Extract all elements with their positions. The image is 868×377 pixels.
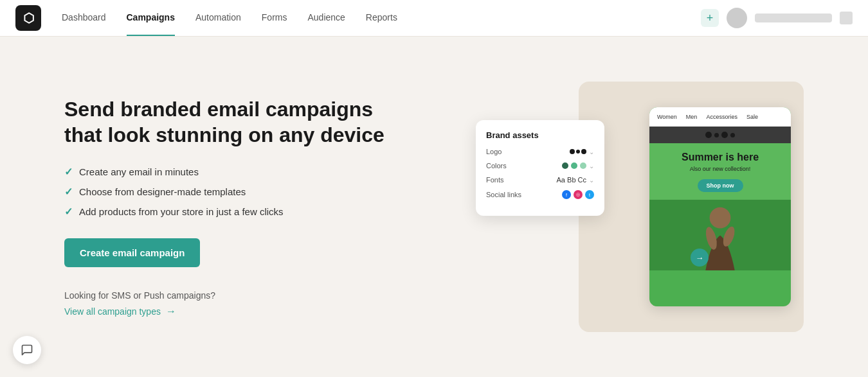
email-nav-men: Men [686, 114, 698, 120]
feature-item-1: ✓ Create any email in minutes [64, 166, 399, 178]
brand-row-colors: Colors ⌄ [486, 162, 594, 170]
email-subheadline: Also our new collection! [657, 166, 783, 172]
nav-automation[interactable]: Automation [195, 12, 241, 24]
view-all-label: View all campaign types [64, 306, 161, 317]
email-logo [649, 127, 791, 143]
logo-chevron: ⌄ [589, 148, 594, 155]
color-dot-3 [580, 162, 586, 169]
avatar[interactable] [727, 8, 747, 28]
arrow-connector: → [691, 249, 709, 267]
brand-row-social: Social links f ◎ t [486, 190, 594, 199]
add-button[interactable]: + [701, 9, 719, 27]
settings-icon[interactable] [840, 12, 853, 24]
feature-item-3: ✓ Add products from your store in just a… [64, 206, 399, 218]
email-image [649, 200, 791, 270]
brand-colors-value: ⌄ [562, 162, 594, 170]
nav-campaigns[interactable]: Campaigns [127, 12, 175, 24]
color-dot-2 [571, 162, 577, 169]
email-body: Summer is here Also our new collection! … [649, 143, 791, 200]
shop-now-button[interactable]: Shop now [698, 179, 743, 192]
svg-point-0 [710, 207, 731, 229]
right-illustration: Women Men Accessories Sale Summer is her… [437, 69, 804, 345]
instagram-icon: ◎ [574, 190, 583, 199]
view-all-campaign-types-link[interactable]: View all campaign types → [64, 306, 399, 317]
social-icons-group: f ◎ t [562, 190, 594, 199]
twitter-icon: t [585, 190, 594, 199]
email-nav: Women Men Accessories Sale [649, 107, 791, 127]
brand-logo-value: ⌄ [570, 148, 594, 155]
check-icon-3: ✓ [64, 206, 73, 218]
brand-card-title: Brand assets [486, 130, 594, 140]
font-sample: Aa Bb Cc [557, 176, 586, 184]
feature-text-2: Choose from designer-made templates [79, 186, 246, 197]
feature-text-3: Add products from your store in just a f… [79, 206, 284, 217]
nav-audience[interactable]: Audience [307, 12, 345, 24]
brand-social-label: Social links [486, 191, 521, 198]
hero-headline: Send branded email campaigns that look s… [64, 96, 399, 148]
logo-icon: ⬡ [23, 10, 34, 26]
email-nav-accessories: Accessories [706, 114, 737, 120]
email-preview-card: Women Men Accessories Sale Summer is her… [649, 107, 791, 306]
nav-dashboard[interactable]: Dashboard [62, 12, 106, 24]
left-content: Send branded email campaigns that look s… [64, 96, 399, 317]
chat-button[interactable] [13, 336, 41, 364]
create-email-campaign-button[interactable]: Create email campaign [64, 238, 200, 267]
feature-item-2: ✓ Choose from designer-made templates [64, 186, 399, 198]
email-nav-women: Women [657, 114, 677, 120]
feature-text-1: Create any email in minutes [79, 166, 199, 177]
email-headline: Summer is here [657, 151, 783, 163]
navbar: ⬡ Dashboard Campaigns Automation Forms A… [0, 0, 868, 37]
colors-chevron: ⌄ [589, 162, 594, 170]
brand-assets-card: Brand assets Logo ⌄ Colors [476, 120, 604, 216]
brand-row-fonts: Fonts Aa Bb Cc ⌄ [486, 176, 594, 184]
check-icon-2: ✓ [64, 186, 73, 198]
brand-social-value: f ◎ t [562, 190, 594, 199]
nav-forms[interactable]: Forms [262, 12, 287, 24]
brand-fonts-value: Aa Bb Cc ⌄ [557, 176, 594, 184]
user-name-placeholder [755, 13, 832, 22]
brand-logo-label: Logo [486, 148, 502, 155]
color-dot-1 [562, 162, 568, 169]
brand-row-logo: Logo ⌄ [486, 148, 594, 155]
sms-text: Looking for SMS or Push campaigns? [64, 290, 399, 301]
facebook-icon: f [562, 190, 571, 199]
arrow-right-icon: → [166, 306, 176, 317]
features-list: ✓ Create any email in minutes ✓ Choose f… [64, 166, 399, 218]
fonts-chevron: ⌄ [589, 177, 594, 184]
nav-reports[interactable]: Reports [366, 12, 397, 24]
brand-colors-label: Colors [486, 162, 507, 170]
nav-links: Dashboard Campaigns Automation Forms Aud… [62, 12, 701, 24]
main-content: Send branded email campaigns that look s… [0, 37, 868, 377]
logo[interactable]: ⬡ [15, 5, 41, 31]
nav-right: + [701, 8, 853, 28]
email-nav-sale: Sale [746, 114, 758, 120]
check-icon-1: ✓ [64, 166, 73, 178]
brand-fonts-label: Fonts [486, 176, 504, 184]
